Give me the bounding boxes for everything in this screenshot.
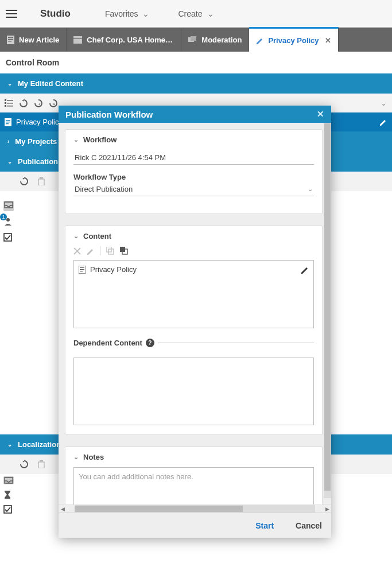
content-list-item[interactable]: Privacy Policy: [79, 265, 309, 274]
svg-rect-2: [8, 39, 13, 40]
trash-icon[interactable]: [36, 459, 46, 469]
svg-rect-33: [80, 269, 84, 270]
checkbox-icon[interactable]: [3, 233, 14, 243]
panel-title: Localization: [18, 440, 61, 449]
svg-rect-11: [7, 103, 13, 104]
workflow-type-value: Direct Publication: [75, 185, 133, 193]
svg-rect-20: [38, 179, 44, 185]
trash-icon[interactable]: [36, 176, 46, 187]
close-icon[interactable]: ✕: [325, 36, 331, 45]
list-icon[interactable]: [3, 98, 14, 108]
scroll-left-arrow[interactable]: ◀: [59, 505, 67, 512]
tab-strip: New Article Chef Corp. USA Home Pa… Mode…: [0, 27, 392, 52]
refresh-icon[interactable]: [19, 176, 29, 187]
svg-rect-8: [5, 99, 6, 101]
notes-textarea[interactable]: You can add additional notes here.: [73, 467, 314, 506]
tab-chef-corp[interactable]: Chef Corp. USA Home Pa…: [67, 28, 181, 51]
menu-create[interactable]: Create ⌄: [178, 9, 214, 18]
section-title: Content: [83, 232, 111, 240]
scroll-thumb[interactable]: [75, 506, 243, 512]
hourglass-icon[interactable]: [3, 490, 14, 499]
start-button[interactable]: Start: [255, 521, 274, 530]
svg-rect-3: [8, 41, 11, 42]
svg-rect-7: [191, 36, 196, 41]
section-title: Notes: [83, 453, 104, 461]
section-workflow[interactable]: ⌄ Workflow: [73, 135, 314, 144]
notes-placeholder: You can add additional notes here.: [79, 472, 193, 481]
pencil-icon[interactable]: [301, 266, 309, 274]
menu-favorites[interactable]: Favorites ⌄: [105, 9, 150, 18]
dependent-content-header: Dependent Content ?: [73, 339, 314, 347]
svg-rect-23: [4, 234, 11, 241]
chevron-down-icon: ⌄: [308, 185, 313, 193]
paste-icon[interactable]: [120, 247, 128, 255]
help-icon[interactable]: ?: [146, 339, 154, 347]
tab-new-article[interactable]: New Article: [0, 28, 67, 51]
panel-title: My Edited Content: [18, 79, 83, 88]
localization-status-icons: [3, 476, 14, 514]
dependent-label: Dependent Content: [73, 339, 142, 347]
dialog-body: ⌄ Workflow Rick C 2021/11/26 4:54 PM Wor…: [59, 123, 331, 512]
breadcrumb: Control Room: [0, 52, 392, 73]
vertical-scrollbar-thumb[interactable]: [324, 123, 331, 491]
chevron-right-icon: ›: [7, 138, 9, 145]
document-icon: [79, 266, 86, 274]
divider: [158, 343, 314, 343]
page-icon: [73, 36, 82, 44]
badge-count: 1: [0, 213, 7, 220]
hamburger-menu[interactable]: [0, 0, 23, 27]
dialog-titlebar[interactable]: Publication Workflow ✕: [59, 106, 331, 123]
svg-rect-9: [7, 100, 13, 101]
refresh-icon[interactable]: [18, 98, 29, 108]
svg-rect-17: [6, 120, 10, 121]
copy-icon[interactable]: [106, 247, 114, 255]
panel-title: My Projects: [15, 137, 57, 146]
chevron-down-icon: ⌄: [142, 9, 149, 18]
pencil-icon[interactable]: [379, 118, 387, 126]
menu-label: Favorites: [105, 9, 138, 18]
scroll-right-arrow[interactable]: ▶: [323, 505, 331, 512]
workflow-type-select[interactable]: Direct Publication ⌄: [73, 181, 314, 196]
document-icon: [7, 36, 14, 44]
horizontal-scrollbar[interactable]: ◀ ▶: [59, 504, 331, 512]
dialog-title: Publication Workflow: [65, 110, 153, 119]
chevron-down-icon: ⌄: [7, 158, 12, 165]
tab-moderation[interactable]: Moderation: [181, 28, 249, 51]
pencil-icon[interactable]: [87, 247, 94, 255]
chevron-down-icon[interactable]: ⌄: [378, 98, 389, 108]
scroll-track[interactable]: [75, 505, 315, 512]
svg-rect-18: [6, 122, 10, 122]
svg-rect-13: [7, 106, 13, 107]
svg-rect-25: [40, 460, 43, 461]
svg-rect-5: [73, 39, 82, 44]
inbox-icon[interactable]: [3, 201, 14, 211]
workflow-status-icons: 1: [3, 201, 14, 243]
refresh-remove-icon[interactable]: ×: [48, 98, 59, 108]
separator: [100, 246, 100, 255]
chevron-down-icon: ⌄: [7, 80, 12, 87]
tab-privacy-policy[interactable]: Privacy Policy ✕: [249, 27, 338, 52]
section-title: Workflow: [83, 135, 117, 144]
refresh-add-icon[interactable]: +: [33, 98, 44, 108]
content-list[interactable]: Privacy Policy: [73, 260, 314, 328]
panel-my-edited-content[interactable]: ⌄ My Edited Content: [0, 73, 392, 94]
svg-rect-32: [80, 267, 84, 268]
section-content[interactable]: ⌄ Content: [73, 232, 314, 240]
cancel-button[interactable]: Cancel: [296, 521, 322, 530]
dependent-content-list[interactable]: [73, 358, 314, 425]
content-item-label: Privacy Policy: [90, 265, 137, 274]
svg-rect-12: [5, 105, 6, 107]
workflow-name-field[interactable]: Rick C 2021/11/26 4:54 PM: [73, 150, 314, 165]
chevron-down-icon: ⌄: [73, 453, 79, 461]
document-icon: [5, 118, 11, 126]
inbox-icon[interactable]: [3, 476, 14, 484]
workflow-name-value: Rick C 2021/11/26 4:54 PM: [75, 153, 166, 162]
refresh-icon[interactable]: [19, 459, 29, 469]
user-icon[interactable]: 1: [3, 217, 14, 227]
checkbox-icon[interactable]: [3, 505, 14, 514]
svg-rect-21: [40, 177, 43, 178]
workflow-card: ⌄ Workflow Rick C 2021/11/26 4:54 PM Wor…: [65, 129, 323, 214]
close-icon[interactable]: ✕: [317, 109, 324, 119]
section-notes[interactable]: ⌄ Notes: [73, 453, 314, 461]
remove-icon[interactable]: [73, 247, 81, 255]
